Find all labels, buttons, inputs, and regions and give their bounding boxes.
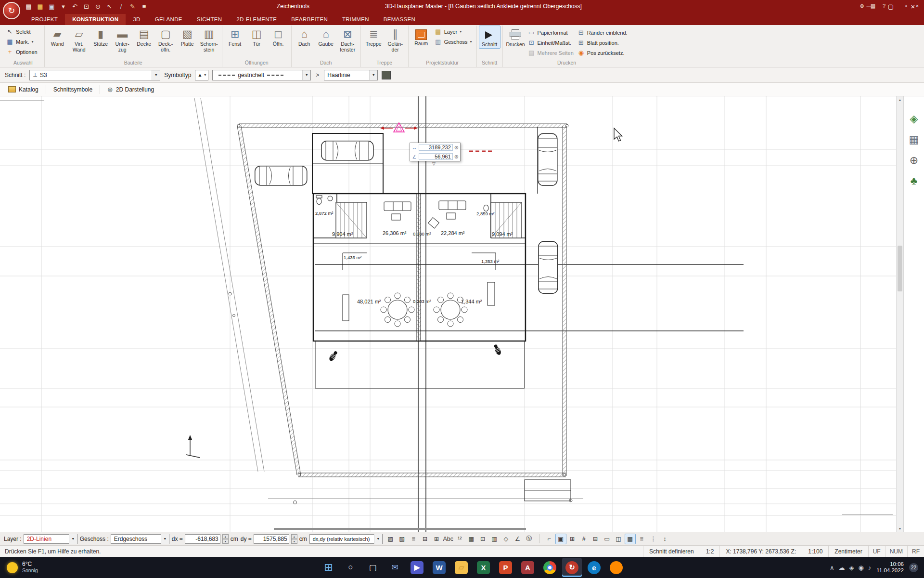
select-arrow-icon[interactable]: ↖ (104, 1, 115, 12)
tab-3d[interactable]: 3D (126, 14, 147, 25)
horizontal-scrollbar-thumb[interactable] (274, 528, 526, 530)
drucken-button[interactable]: Drucken (505, 26, 526, 49)
hausplaner-app-icon[interactable]: ↻ (562, 558, 582, 577)
status-scale[interactable]: 1:100 (802, 546, 828, 557)
tab-2d-elemente[interactable]: 2D-ELEMENTE (229, 14, 284, 25)
section-select[interactable]: ⊥ S3 ▾ (29, 70, 160, 80)
status-flag[interactable]: RF (907, 546, 924, 557)
rect-tool-icon[interactable]: ▭ (602, 534, 613, 544)
line-color-swatch[interactable] (382, 71, 391, 79)
building-icon[interactable]: ▦ (909, 133, 919, 146)
horizontal-scrollbar[interactable] (0, 525, 896, 532)
app-logo-icon[interactable]: ↻ (3, 2, 20, 19)
chrome-app-icon[interactable] (540, 558, 560, 577)
search-button[interactable]: ○ (341, 558, 360, 577)
shield-icon[interactable]: ◈ (849, 564, 854, 571)
palette-icon[interactable]: ▦ (868, 1, 878, 10)
selekt-button[interactable]: ↖ Selekt (5, 27, 41, 36)
task-view-button[interactable]: ▢ (363, 558, 383, 577)
pen-icon[interactable]: ✎ (127, 1, 138, 12)
tooltip-caret-icon[interactable]: ▽ (432, 161, 436, 166)
tab-bearbeiten[interactable]: BEARBEITEN (284, 14, 335, 25)
layers-icon[interactable]: ◈ (910, 113, 918, 125)
notification-badge[interactable]: 22 (909, 563, 918, 572)
virt-wand-button[interactable]: ▱ Virt. Wand (68, 26, 90, 53)
schnittsymbole-button[interactable]: Schnittsymbole (49, 85, 97, 94)
access-app-icon[interactable]: A (518, 558, 538, 577)
hatch-tool-icon[interactable]: ▨ (385, 534, 396, 544)
treppe-button[interactable]: ≣ Treppe (363, 26, 385, 48)
undo-icon[interactable]: ↶ (69, 1, 80, 12)
scroll-up-icon[interactable]: ▲ (897, 96, 903, 103)
grid-tool-icon[interactable]: ⊞ (431, 534, 442, 544)
caret-down-icon[interactable]: ▾ (302, 70, 310, 80)
optionen-button[interactable]: + Optionen (5, 48, 41, 56)
snap-tool-icon[interactable]: ◇ (500, 534, 512, 544)
dense-grid-tool-icon[interactable]: ▦ (625, 534, 636, 544)
tile-tool-icon[interactable]: ⊞ (567, 534, 578, 544)
save-icon[interactable]: ▣ (46, 1, 57, 12)
dots-tool-icon[interactable]: ⋮ (648, 534, 659, 544)
north-tool-icon[interactable]: Ⓝ (524, 534, 535, 544)
unterzug-button[interactable]: ▬ Unter- zug (112, 26, 133, 53)
stuetze-button[interactable]: ▮ Stütze (90, 26, 112, 48)
tab-projekt[interactable]: PROJEKT (24, 14, 65, 25)
status-unit[interactable]: Zentimeter (828, 546, 868, 557)
vertical-scrollbar-thumb[interactable] (898, 246, 902, 291)
tuer-button[interactable]: ◫ Tür (246, 26, 268, 48)
firefox-app-icon[interactable] (606, 558, 626, 577)
edge-app-icon[interactable]: e (584, 558, 604, 577)
hash-grid-tool-icon[interactable]: # (578, 534, 590, 544)
mark-button[interactable]: ▦ Mark. ▾ (5, 38, 41, 46)
excel-app-icon[interactable]: X (474, 558, 493, 577)
fill-tool-icon[interactable]: ▧ (397, 534, 408, 544)
dach-button[interactable]: ⌂ Dach (294, 26, 315, 48)
more-tools-icon[interactable]: ≡ (139, 1, 150, 12)
start-button[interactable]: ⊞ (319, 558, 338, 577)
axes-icon[interactable]: ⊕ (910, 154, 918, 167)
raender-einblenden-button[interactable]: ⊟ Ränder einblend. (576, 27, 629, 38)
menu-icon[interactable]: ▤ (23, 1, 34, 12)
geschoss-menu[interactable]: ▥ Geschoss ▾ (433, 38, 474, 46)
length-value-field[interactable]: 3189,232 (419, 144, 453, 151)
gear-icon[interactable]: ⊛ (454, 144, 459, 151)
ruler-tool-icon[interactable]: ⊡ (477, 534, 488, 544)
subtract-tool-icon[interactable]: ⊟ (590, 534, 601, 544)
geschoss-select[interactable]: Erdgeschoss ▾ (111, 534, 169, 544)
tab-trimmen[interactable]: TRIMMEN (335, 14, 376, 25)
blatt-position-button[interactable]: ⊞ Blatt position. (576, 38, 629, 48)
tools-icon[interactable]: ⊛ (857, 1, 867, 10)
oeffnung-button[interactable]: ◻ Öffn. (268, 26, 289, 48)
dim-tool-icon[interactable]: ⊟ (420, 534, 431, 544)
schnitt-button[interactable]: Schnitt (479, 26, 500, 49)
gelaender-button[interactable]: ∥ Gelän- der (385, 26, 406, 53)
fit-view-icon[interactable]: ⊡ (81, 1, 92, 12)
caret-down-icon[interactable]: ▾ (374, 534, 382, 544)
volume-icon[interactable]: ♪ (868, 564, 872, 571)
weather-widget[interactable]: 6°C Sonnig (0, 561, 82, 574)
dachfenster-button[interactable]: ⊠ Dach- fenster (337, 26, 359, 53)
tab-gelaende[interactable]: GELÄNDE (148, 14, 190, 25)
tab-konstruktion[interactable]: KONSTRUKTION (65, 14, 126, 25)
select-area-tool-icon[interactable]: ▣ (555, 534, 566, 544)
decke-button[interactable]: ▤ Decke (133, 26, 155, 48)
drawing-canvas[interactable]: 2,872 m² 9,904 m² 26,306 m² 0,180 m² 22,… (0, 96, 896, 532)
gear-icon[interactable]: ⊛ (454, 154, 459, 160)
status-flag[interactable]: NUM (885, 546, 907, 557)
caret-down-icon[interactable]: ▾ (369, 70, 377, 80)
vertical-scrollbar[interactable]: ▲ ▼ (896, 96, 903, 532)
papierformat-button[interactable]: ▭ Papierformat (526, 27, 575, 38)
darstellung-2d-button[interactable]: ⊛ 2D Darstellung (103, 84, 158, 95)
fenster-button[interactable]: ⊞ Fenst (224, 26, 246, 48)
help-icon[interactable]: ? (879, 1, 889, 10)
dy-input[interactable]: 1575,885 (254, 534, 289, 544)
dy-spinner[interactable]: ▲ ▼ (291, 534, 297, 544)
guides-tool-icon[interactable]: ▥ (489, 534, 500, 544)
word-app-icon[interactable]: W (429, 558, 449, 577)
zoom-icon[interactable]: ⊙ (92, 1, 103, 12)
scroll-down-icon[interactable]: ▼ (897, 525, 903, 532)
tab-bemassen[interactable]: BEMASSEN (376, 14, 423, 25)
layers-list-tool-icon[interactable]: ≡ (636, 534, 647, 544)
numbering-tool-icon[interactable]: ¹² (454, 534, 465, 544)
position-reset-button[interactable]: ◉ Pos zurücksetz. (576, 48, 629, 58)
